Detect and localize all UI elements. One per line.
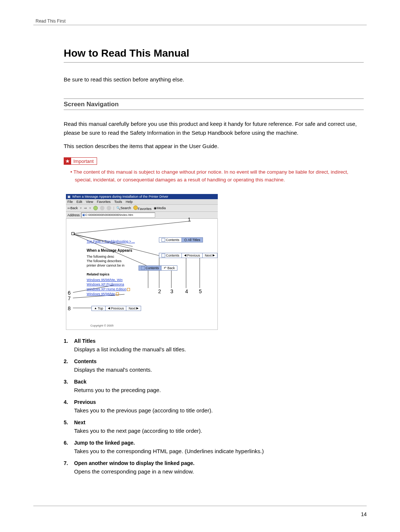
svg-line-0 [74,221,191,234]
link-win95b[interactable]: Windows 95/98/Me [87,292,161,297]
back-button[interactable]: ⇦Back [67,206,78,210]
legend-desc: Takes you to the corresponding HTML page… [74,448,364,454]
menu-tools[interactable]: Tools [114,200,122,204]
search-button[interactable]: 🔍Search [116,206,131,210]
legend-item-4: Previous Takes you to the previous page … [64,399,364,414]
legend-desc: Returns you to the preceding page. [74,387,364,393]
browser-title: When a Message Appears during Installati… [72,195,168,198]
legend-item-6: Jump to the linked page. Takes you to th… [64,440,364,454]
related-topics: Related topics [87,272,161,276]
callout-3: 3 [170,288,173,294]
browser-addressbar: Address ▣ C:\000000000\000000000\index.h… [66,212,218,219]
top-button[interactable]: ▲Top [91,306,106,311]
legend-term: Next [74,419,364,425]
nav-top-prev-next: ▲Top ◀Previous Next▶ [91,306,141,311]
legend-desc: Displays the manual's contents. [74,367,364,373]
link-win95[interactable]: Windows 95/98/Me, Win [87,278,161,282]
legend-item-5: Next Takes you to the next page (accordi… [64,419,364,434]
left-arrow-icon: ◀ [184,254,186,257]
previous-button-2[interactable]: ◀Previous [106,306,126,311]
contents-button-3[interactable]: Contents [139,265,161,271]
menu-view[interactable]: View [86,200,93,204]
callout-6: 6 [68,290,71,296]
page-icon [161,254,165,257]
contents-button-2[interactable]: Contents [159,253,182,258]
legend-item-3: Back Returns you to the preceding page. [64,379,364,393]
callout-5: 5 [199,288,202,294]
origin-marker [71,232,74,235]
title-rule [64,62,364,63]
up-arrow-icon: ▲ [94,307,97,310]
menu-edit[interactable]: Edit [77,200,83,204]
browser-menubar: File Edit View Favorites Tools Help [66,199,218,205]
left-arrow-icon: ◀ [108,307,110,310]
all-titles-button[interactable]: ⌬All Titles [182,237,203,242]
nav-contents-prev-next: Contents ◀Previous Next▶ [159,253,217,258]
new-window-icon [127,288,130,291]
link-winxp-pro[interactable]: Windows XP Professiona [87,282,161,287]
home-icon[interactable] [107,206,111,210]
nav-contents-back: Contents ↶Back [139,265,177,271]
section-p1: Read this manual carefully before you us… [64,120,364,137]
section-p2: This section describes the items that ap… [64,142,364,151]
legend-term: Contents [74,358,364,364]
running-header: Read This First [33,19,367,24]
favorites-button[interactable]: Favorites [133,205,151,211]
browser-figure: ▣ When a Message Appears during Installa… [66,194,218,330]
legend-term: Jump to the linked page. [74,440,364,446]
legend-term: Previous [74,399,364,405]
doc-heading: When a Message Appears [87,248,161,252]
callout-1: 1 [188,217,191,222]
copyright-text: Copyright © 2005 [90,324,113,327]
browser-body: Top Page > Troubleshooting > ... When a … [66,219,218,330]
legend-desc: Opens the corresponding page in a new wi… [74,468,364,475]
legend-desc: Takes you to the previous page (accordin… [74,407,364,414]
legend-item-7: Open another window to display the linke… [64,460,364,475]
callout-7: 7 [68,295,71,301]
menu-file[interactable]: File [67,200,73,204]
section-rule-bottom [64,110,364,110]
ie-icon: ▣ [67,195,71,198]
doc-line1: The following desc [87,255,161,258]
link-winxp-home[interactable]: Windows XP Home Edition [87,287,161,292]
address-input[interactable]: ▣ C:\000000000\000000000\index.htm [81,213,155,218]
new-window-icon [116,292,119,295]
section-rule-top [64,98,364,99]
menu-favorites[interactable]: Favorites [97,200,110,204]
back-button-nav[interactable]: ↶Back [161,265,177,271]
doc-line2a: The following describes [87,259,161,263]
page-icon: ▣ [82,213,85,217]
contents-button[interactable]: Contents [159,237,182,242]
page-icon [141,266,145,270]
star-icon: ★ [64,157,71,165]
callout-2: 2 [158,288,161,294]
media-button[interactable]: ◉Media [154,206,166,210]
browser-toolbar: ⇦Back ▾ ⇨ ▾ | 🔍Search Favorites ◉Media [66,205,218,212]
legend-desc: Displays a list including the manual's a… [74,346,364,352]
back-icon: ↶ [164,266,167,270]
intro-text: Be sure to read this section before anyt… [64,75,364,84]
tree-icon: ⌬ [184,238,187,242]
legend-term: All Titles [74,338,364,344]
previous-button[interactable]: ◀Previous [182,253,203,258]
important-badge: ★ Important [64,157,364,165]
section-title: Screen Navigation [64,100,364,110]
legend-item-2: Contents Displays the manual's contents. [64,358,364,373]
nav-contents-alltitles: Contents ⌬All Titles [159,237,203,242]
callout-4: 4 [185,288,188,294]
legend-term: Open another window to display the linke… [74,460,364,466]
forward-button[interactable]: ⇨ [84,206,87,210]
next-button-2[interactable]: Next▶ [126,306,141,311]
legend-list: All Titles Displays a list including the… [64,338,364,475]
header-rule [33,25,367,25]
legend-item-1: All Titles Displays a list including the… [64,338,364,352]
next-button[interactable]: Next▶ [203,253,217,258]
menu-help[interactable]: Help [126,200,133,204]
address-value: C:\000000000\000000000\index.htm [85,213,133,217]
right-arrow-icon: ▶ [213,254,215,257]
footer-rule [33,506,367,506]
refresh-icon[interactable] [100,206,104,210]
callout-8: 8 [68,305,71,311]
breadcrumb[interactable]: Top Page > Troubleshooting > ... [87,240,135,243]
stop-icon[interactable] [93,206,98,210]
